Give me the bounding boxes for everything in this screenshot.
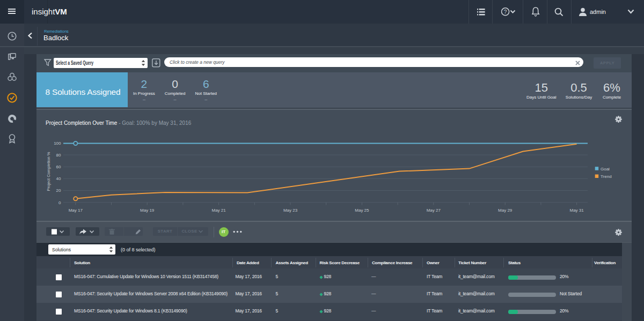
svg-text:May 29: May 29: [498, 208, 513, 213]
svg-text:60: 60: [56, 165, 61, 169]
svg-text:May 21: May 21: [211, 208, 226, 213]
svg-text:Project Completion %: Project Completion %: [46, 152, 51, 191]
svg-text:May 17: May 17: [69, 208, 83, 213]
svg-text:Goal: Goal: [601, 167, 610, 171]
svg-text:80: 80: [56, 153, 61, 158]
svg-text:0: 0: [58, 200, 61, 205]
svg-text:?: ?: [504, 9, 507, 15]
svg-text:May 25: May 25: [355, 208, 369, 213]
svg-text:May 19: May 19: [140, 208, 155, 213]
svg-text:May 27: May 27: [427, 208, 441, 213]
svg-text:40: 40: [56, 176, 61, 181]
svg-text:100: 100: [54, 141, 61, 146]
svg-text:20: 20: [56, 188, 61, 193]
svg-text:May 23: May 23: [283, 208, 298, 213]
svg-text:Trend: Trend: [601, 174, 612, 179]
svg-text:May 31: May 31: [569, 208, 584, 213]
